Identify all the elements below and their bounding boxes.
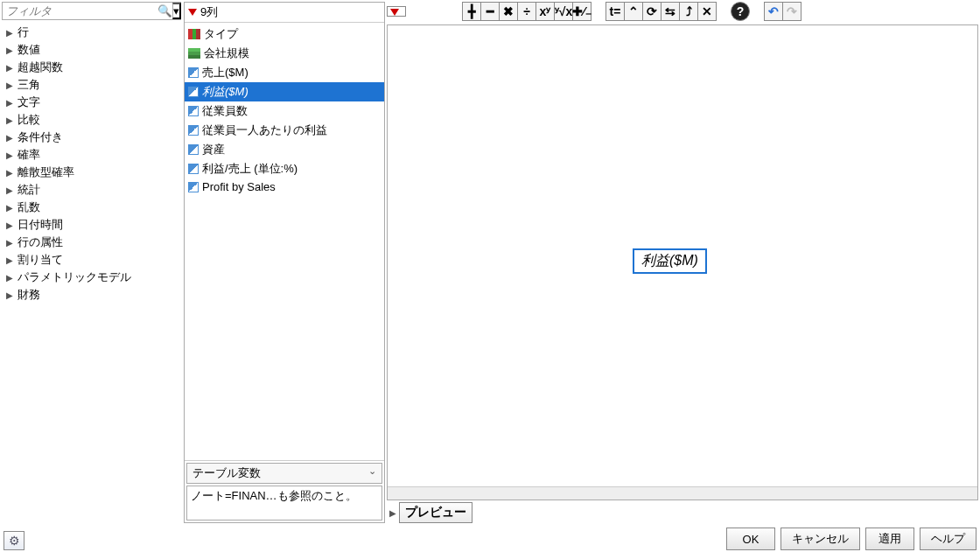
editor-options-button[interactable]: [387, 6, 406, 17]
category-label: 比較: [16, 112, 40, 128]
filter-dropdown-button[interactable]: ▾: [172, 3, 181, 19]
ok-button[interactable]: OK: [726, 528, 775, 550]
add-button[interactable]: ╋: [462, 2, 481, 21]
column-label: 従業員数: [202, 103, 248, 119]
category-item[interactable]: ▶確率: [0, 146, 183, 164]
cancel-button[interactable]: キャンセル: [780, 528, 860, 550]
redo-button[interactable]: ↷: [782, 2, 802, 21]
category-label: 確率: [16, 147, 40, 163]
column-list-header[interactable]: 9列: [185, 3, 384, 23]
category-item[interactable]: ▶行: [0, 24, 183, 41]
paren-button[interactable]: t=: [606, 2, 625, 21]
preview-button[interactable]: プレビュー: [399, 502, 472, 523]
multiply-button[interactable]: ✖: [499, 2, 518, 21]
category-item[interactable]: ▶三角: [0, 76, 183, 94]
category-item[interactable]: ▶文字: [0, 94, 183, 111]
preview-section: ▶ プレビュー: [387, 500, 978, 523]
column-item[interactable]: 従業員一人あたりの利益: [185, 121, 384, 140]
column-label: タイプ: [204, 26, 238, 42]
disclosure-triangle-icon: ▶: [4, 150, 16, 160]
disclosure-icon: [188, 9, 197, 16]
power-button[interactable]: xʸ: [536, 2, 555, 21]
column-item[interactable]: 売上($M): [185, 63, 384, 82]
table-variable-dropdown[interactable]: テーブル変数 ⌄: [186, 463, 382, 484]
peek-button[interactable]: ⌃: [624, 2, 643, 21]
category-item[interactable]: ▶数値: [0, 41, 183, 59]
column-item[interactable]: 利益/売上 (単位:%): [185, 159, 384, 178]
category-label: 日付時間: [16, 217, 63, 233]
column-item[interactable]: Profit by Sales: [185, 178, 384, 195]
column-count-label: 9列: [200, 4, 218, 20]
disclosure-triangle-icon: ▶: [4, 45, 16, 55]
column-item[interactable]: タイプ: [185, 24, 384, 44]
category-item[interactable]: ▶超越関数: [0, 59, 183, 76]
column-label: Profit by Sales: [202, 180, 276, 193]
category-label: 数値: [16, 42, 40, 58]
category-label: 行の属性: [16, 234, 63, 250]
category-item[interactable]: ▶パラメトリックモデル: [0, 269, 183, 286]
category-label: 統計: [16, 182, 40, 198]
help-button[interactable]: ヘルプ: [920, 528, 976, 550]
horizontal-scrollbar[interactable]: [388, 486, 977, 500]
category-label: パラメトリックモデル: [16, 269, 131, 285]
filter-bar: 🔍 ▾: [2, 2, 181, 20]
category-label: 行: [16, 24, 29, 40]
disclosure-triangle-icon: ▶: [4, 220, 16, 230]
column-item[interactable]: 利益($M): [185, 82, 384, 101]
filter-input[interactable]: [3, 3, 158, 19]
disclosure-triangle-icon: ▶: [4, 80, 16, 90]
plusminus-button[interactable]: ✚⁄₋: [572, 2, 592, 21]
note-text: ノート=FINAN…も参照のこと。: [186, 486, 382, 521]
continuous-icon: [188, 87, 199, 97]
rotate-button[interactable]: ⟳: [642, 2, 662, 21]
category-item[interactable]: ▶割り当て: [0, 251, 183, 269]
category-item[interactable]: ▶離散型確率: [0, 164, 183, 181]
category-label: 文字: [16, 94, 40, 110]
help-icon[interactable]: ?: [731, 2, 750, 21]
subtract-button[interactable]: ━: [480, 2, 500, 21]
formula-editor[interactable]: 利益($M): [387, 24, 978, 500]
column-label: 会社規模: [204, 45, 249, 61]
category-label: 超越関数: [16, 59, 63, 75]
gear-icon[interactable]: ⚙: [4, 531, 24, 550]
continuous-icon: [188, 125, 199, 136]
disclosure-triangle-icon: ▶: [4, 185, 16, 195]
continuous-icon: [188, 67, 199, 78]
category-item[interactable]: ▶日付時間: [0, 216, 183, 234]
nominal-icon: [188, 29, 200, 39]
category-item[interactable]: ▶財務: [0, 286, 183, 304]
column-label: 従業員一人あたりの利益: [202, 122, 327, 138]
disclosure-triangle-icon: ▶: [4, 203, 16, 213]
function-category-panel: 🔍 ▾ ▶行▶数値▶超越関数▶三角▶文字▶比較▶条件付き▶確率▶離散型確率▶統計…: [0, 0, 184, 525]
divide-button[interactable]: ÷: [517, 2, 536, 21]
continuous-icon: [188, 144, 199, 155]
continuous-icon: [188, 164, 199, 174]
column-label: 利益/売上 (単位:%): [202, 161, 298, 177]
category-label: 財務: [16, 287, 40, 303]
column-item[interactable]: 資産: [185, 140, 384, 159]
delete-button[interactable]: ✕: [697, 2, 717, 21]
column-item[interactable]: 会社規模: [185, 44, 384, 63]
category-item[interactable]: ▶条件付き: [0, 129, 183, 146]
search-icon[interactable]: 🔍: [158, 3, 172, 19]
disclosure-icon: [390, 9, 399, 16]
category-item[interactable]: ▶行の属性: [0, 234, 183, 251]
column-label: 利益($M): [202, 84, 248, 100]
swap-button[interactable]: ⇆: [661, 2, 680, 21]
formula-token[interactable]: 利益($M): [633, 248, 707, 274]
root-button[interactable]: ʸ√x: [554, 2, 573, 21]
category-label: 離散型確率: [16, 164, 74, 180]
category-item[interactable]: ▶乱数: [0, 199, 183, 216]
column-list-panel: 9列 タイプ会社規模売上($M)利益($M)従業員数従業員一人あたりの利益資産利…: [184, 2, 385, 523]
disclosure-triangle-icon[interactable]: ▶: [387, 508, 399, 518]
disclosure-triangle-icon: ▶: [4, 28, 16, 38]
apply-button[interactable]: 適用: [865, 528, 914, 550]
formula-toolbar: ╋ ━ ✖ ÷ xʸ ʸ√x ✚⁄₋ t= ⌃ ⟳ ⇆ ⤴ ✕ ?: [387, 2, 978, 24]
column-item[interactable]: 従業員数: [185, 101, 384, 121]
category-item[interactable]: ▶統計: [0, 181, 183, 199]
unpeel-button[interactable]: ⤴: [679, 2, 698, 21]
undo-button[interactable]: ↶: [764, 2, 783, 21]
category-item[interactable]: ▶比較: [0, 111, 183, 129]
formula-editor-panel: ╋ ━ ✖ ÷ xʸ ʸ√x ✚⁄₋ t= ⌃ ⟳ ⇆ ⤴ ✕ ?: [385, 0, 980, 525]
disclosure-triangle-icon: ▶: [4, 63, 16, 73]
